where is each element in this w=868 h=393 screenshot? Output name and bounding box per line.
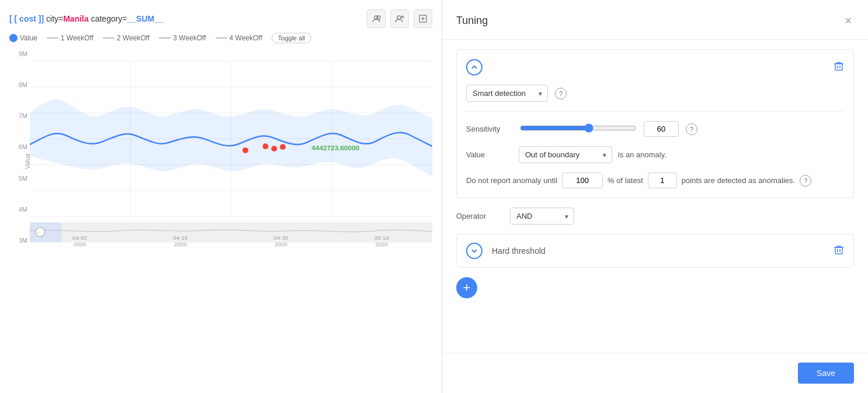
detection-method-select-wrapper: Smart detection Hard threshold Manual ▼ [466,85,548,102]
chart-panel: [ [ cost ]] city=Manila category=__SUM__… [0,0,442,393]
chart-title: [ [ cost ]] city=Manila category=__SUM__ [9,14,164,23]
legend-dot-value [9,34,18,42]
tuning-close-button[interactable]: × [842,12,854,30]
legend-line-1weekoff [47,37,58,39]
tuning-footer: Save [442,353,868,393]
svg-text:04-16: 04-16 [173,235,188,241]
anomaly-dot-2 [263,143,269,149]
svg-rect-18 [30,222,61,242]
boundary-select-wrapper: Out of boundary Above upper bound Below … [519,146,612,163]
sensitivity-row: Sensitivity ? [466,121,844,137]
legend-value: Value [9,34,37,42]
expand-hard-threshold-button[interactable] [466,243,482,259]
legend-4weekoff: 4 WeekOff [216,34,262,42]
legend-label-3weekoff: 3 WeekOff [173,34,206,42]
svg-point-2 [397,16,401,19]
svg-text:2020: 2020 [174,241,187,247]
boundary-select[interactable]: Out of boundary Above upper bound Below … [519,146,612,163]
svg-text:2020: 2020 [275,241,287,247]
svg-text:2020: 2020 [375,241,388,247]
operator-select[interactable]: AND OR [510,208,574,225]
points-input[interactable] [648,173,677,188]
hard-threshold-label: Hard threshold [492,246,546,256]
anomaly-dot-3 [271,146,277,151]
title-category-label: category= [91,14,127,23]
tuning-panel: Tuning × Smart detection [442,0,868,393]
svg-point-1 [377,16,380,19]
detection-method-help-icon: ? [555,88,567,99]
y-axis-label: Value [24,153,31,169]
sensitivity-input[interactable] [644,121,679,137]
legend-label-2weekoff: 2 WeekOff [117,34,150,42]
tuning-body: Smart detection Hard threshold Manual ▼ … [442,40,868,353]
divider [466,111,844,112]
legend-line-4weekoff [216,37,227,39]
title-bracket-end: ] [41,14,44,23]
sensitivity-slider-container [520,123,637,135]
points-anomaly-text: points are detected as anomalies. [682,176,795,185]
report-label: Do not report anomaly until [466,176,557,185]
save-button[interactable]: Save [798,363,854,384]
is-anomaly-text: is an anomaly. [618,150,666,159]
svg-text:04-02: 04-02 [72,235,87,241]
title-category-value: __SUM__ [127,14,164,23]
anomaly-value-text: 4442723.60000 [311,144,359,152]
legend-line-2weekoff [103,37,114,39]
smart-detection-section: Smart detection Hard threshold Manual ▼ … [456,49,854,198]
svg-text:05-14: 05-14 [374,235,390,241]
y-label-8m: 8M [19,81,27,88]
chart-icon-btn-1[interactable] [367,9,386,28]
y-label-6m: 6M [19,143,27,150]
y-label-5m: 5M [19,175,27,182]
chart-icon-btn-3[interactable] [414,9,432,28]
smart-detection-header [466,59,844,75]
chart-header: [ [ cost ]] city=Manila category=__SUM__ [9,9,432,28]
report-anomaly-row: Do not report anomaly until % of latest … [466,173,844,188]
legend-label-value: Value [20,34,37,42]
chart-svg-area: Value [30,48,432,258]
svg-rect-28 [835,64,842,70]
y-label-9m: 9M [19,50,27,57]
y-label-7m: 7M [19,112,27,119]
delete-hard-threshold-button[interactable] [834,244,844,258]
chart-legend: Value 1 WeekOff 2 WeekOff 3 WeekOff 4 We… [9,33,432,43]
percentage-input[interactable] [562,173,603,188]
hard-threshold-section: Hard threshold [456,234,854,268]
sensitivity-help-icon: ? [686,123,697,135]
sensitivity-slider[interactable] [520,123,637,133]
add-condition-icon: + [463,280,471,295]
tuning-title: Tuning [456,15,488,27]
y-label-3m: 3M [19,237,27,244]
legend-1weekoff: 1 WeekOff [47,34,93,42]
svg-rect-17 [30,222,432,242]
anomaly-dot-4 [280,144,286,150]
legend-label-4weekoff: 4 WeekOff [230,34,262,42]
collapse-smart-detection-button[interactable] [466,59,482,75]
detection-method-select[interactable]: Smart detection Hard threshold Manual [466,85,548,102]
delete-smart-detection-button[interactable] [834,61,844,74]
hard-threshold-header-left: Hard threshold [466,243,546,259]
toggle-all-button[interactable]: Toggle all [272,33,311,43]
add-condition-button[interactable]: + [456,277,477,298]
percent-of-latest-text: % of latest [607,176,643,185]
tuning-header: Tuning × [442,0,868,40]
svg-text:04-30: 04-30 [274,235,289,241]
title-city-value: Manila [63,14,89,23]
smart-detection-header-left [466,59,482,75]
legend-label-1weekoff: 1 WeekOff [61,34,93,42]
chart-toolbar [367,9,432,28]
title-bracket: [ [9,14,15,23]
legend-2weekoff: 2 WeekOff [103,34,150,42]
svg-text:2020: 2020 [74,241,86,247]
operator-row: Operator AND OR ▼ [456,208,854,225]
svg-rect-32 [835,247,842,254]
svg-text:-: - [37,229,39,236]
sensitivity-label: Sensitivity [466,125,513,133]
anomaly-dot-1 [242,147,248,153]
value-label: Value [466,150,513,159]
chart-icon-btn-2[interactable] [390,9,409,28]
operator-select-wrapper: AND OR ▼ [510,208,574,225]
legend-line-3weekoff [159,37,171,39]
operator-label: Operator [456,212,503,220]
anomaly-report-help-icon: ? [800,175,811,187]
